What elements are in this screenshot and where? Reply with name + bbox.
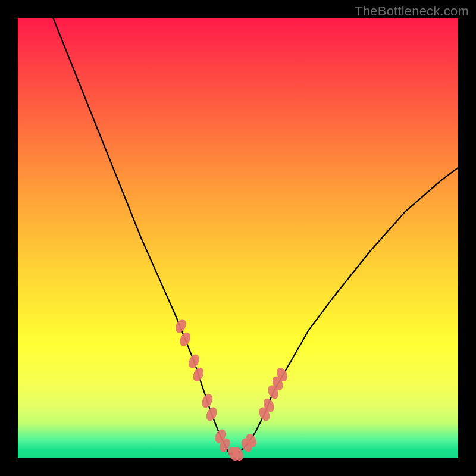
- chart-frame: TheBottleneck.com: [0, 0, 476, 476]
- marker-dot: [191, 366, 206, 383]
- curve-svg: [18, 18, 458, 458]
- marker-dot: [178, 331, 193, 348]
- bottleneck-curve: [53, 18, 458, 454]
- plot-area: [18, 18, 458, 458]
- watermark-text: TheBottleneck.com: [355, 4, 469, 19]
- marker-dot: [173, 318, 188, 335]
- marker-dot: [200, 393, 215, 410]
- marker-dot: [187, 353, 202, 370]
- marker-dot: [204, 406, 219, 423]
- highlighted-points: [173, 318, 289, 462]
